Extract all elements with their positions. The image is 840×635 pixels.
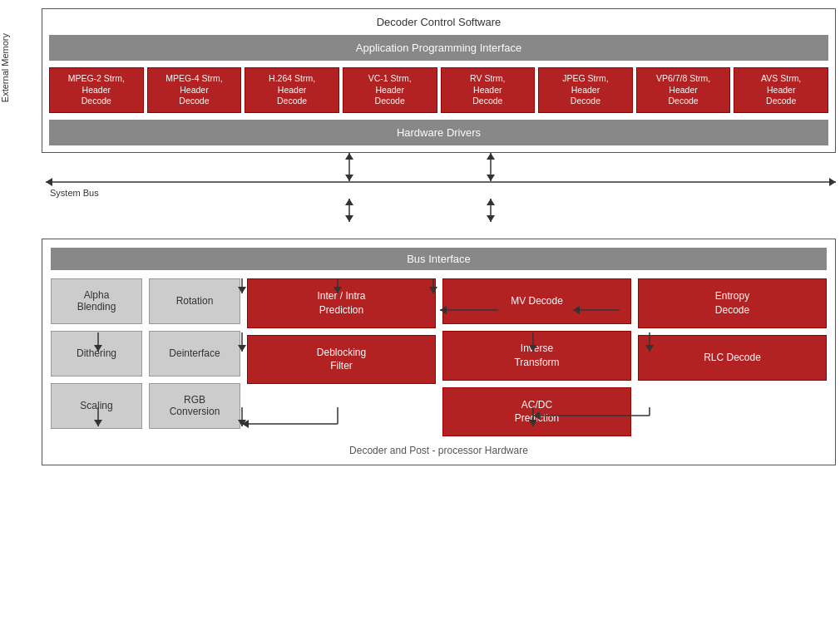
decoder-footer: Decoder and Post - processor Hardware (51, 445, 827, 456)
external-memory-label: External Memory (0, 33, 10, 102)
connector-section (42, 199, 836, 222)
svg-marker-9 (487, 175, 495, 181)
svg-marker-8 (487, 153, 495, 160)
deblocking-filter-box: DeblockingFilter (247, 335, 436, 385)
rgb-conversion-box: RGBConversion (149, 383, 240, 429)
codec-row: MPEG-2 Strm,HeaderDecode MPEG-4 Strm,Hea… (49, 67, 828, 113)
inter-intra-prediction-box: Inter / IntraPrediction (247, 278, 436, 328)
svg-marker-6 (345, 175, 353, 181)
acdc-prediction-box: AC/DCPrediction (442, 387, 631, 437)
dithering-box: Dithering (51, 331, 142, 377)
svg-marker-11 (345, 215, 353, 222)
left-gray-column: AlphaBlending Dithering Scaling (51, 278, 142, 436)
svg-marker-1 (46, 178, 52, 186)
codec-vp678: VP6/7/8 Strm,HeaderDecode (636, 67, 731, 113)
top-section: Decoder Control Software Application Pro… (42, 8, 836, 153)
svg-marker-15 (487, 199, 495, 205)
svg-text:System Bus: System Bus (50, 188, 99, 198)
bottom-section: Bus Interface (42, 239, 836, 465)
svg-marker-2 (829, 178, 836, 186)
svg-marker-5 (345, 153, 353, 160)
bus-interface-bar: Bus Interface (51, 248, 827, 270)
red-col-2: MV Decode InverseTransform AC/DCPredicti… (442, 278, 631, 436)
decoder-content-wrapper: AlphaBlending Dithering Scaling Rotation… (51, 278, 827, 436)
mv-decode-box: MV Decode (442, 278, 631, 324)
system-bus-section: System Bus (42, 153, 836, 199)
decoder-control-title: Decoder Control Software (49, 16, 828, 28)
api-bar: Application Programming Interface (49, 35, 828, 61)
red-col-1: Inter / IntraPrediction DeblockingFilter (247, 278, 436, 436)
codec-avs: AVS Strm,HeaderDecode (734, 67, 828, 113)
codec-jpeg: JPEG Strm,HeaderDecode (538, 67, 633, 113)
system-bus-svg: System Bus (42, 153, 836, 199)
svg-marker-12 (345, 199, 353, 205)
rlc-decode-box: RLC Decode (638, 335, 827, 381)
connector-svg (42, 199, 836, 222)
alpha-blending-box: AlphaBlending (51, 278, 142, 324)
main-diagram: External Memory Decoder Control Software… (0, 8, 840, 465)
codec-vc1: VC-1 Strm,HeaderDecode (343, 67, 437, 113)
red-col-3: EntropyDecode RLC Decode (638, 278, 827, 436)
codec-rv: RV Strm,HeaderDecode (441, 67, 536, 113)
decoder-inner-content: AlphaBlending Dithering Scaling Rotation… (51, 278, 827, 436)
inverse-transform-box: InverseTransform (442, 331, 631, 381)
hw-drivers-bar: Hardware Drivers (49, 120, 828, 145)
red-boxes-section: Inter / IntraPrediction DeblockingFilter… (247, 278, 827, 436)
codec-h264: H.264 Strm,HeaderDecode (245, 67, 339, 113)
codec-mpeg2: MPEG-2 Strm,HeaderDecode (49, 67, 144, 113)
rotation-box: Rotation (149, 278, 240, 324)
scaling-box: Scaling (51, 383, 142, 429)
deinterface-box: Deinterface (149, 331, 240, 377)
svg-marker-14 (487, 215, 495, 222)
diagram-container: Decoder Control Software Application Pro… (21, 8, 836, 465)
mid-left-gray-column: Rotation Deinterface RGBConversion (149, 278, 240, 436)
entropy-decode-box: EntropyDecode (638, 278, 827, 328)
codec-mpeg4: MPEG-4 Strm,HeaderDecode (147, 67, 242, 113)
